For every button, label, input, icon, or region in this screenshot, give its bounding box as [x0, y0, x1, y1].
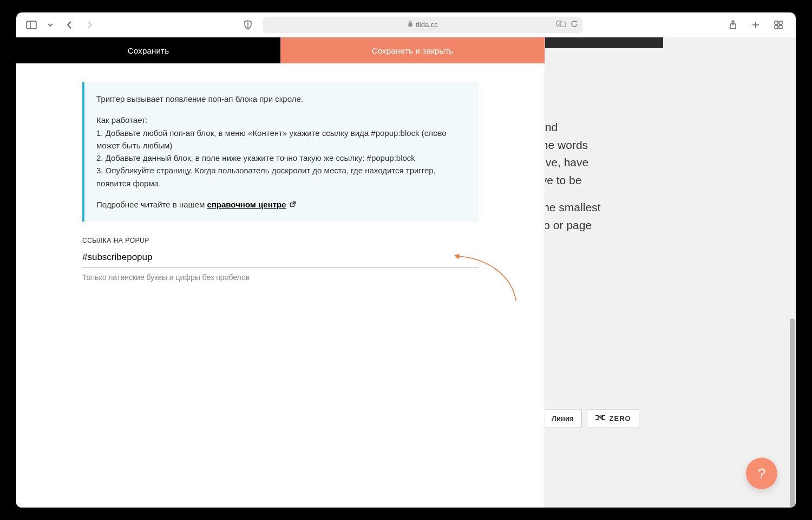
page-content: gn, and . In the words mprove, have s ha… — [16, 37, 796, 508]
info-box: Триггер вызывает появление поп-ап блока … — [82, 82, 479, 222]
popup-link-input[interactable] — [82, 248, 479, 268]
popup-link-label: ССЫЛКА НА POPUP — [82, 237, 479, 244]
help-button[interactable]: ? — [746, 458, 777, 489]
translate-icon[interactable]: A — [556, 20, 566, 29]
svg-rect-2 — [409, 23, 412, 27]
lock-icon — [408, 21, 413, 29]
save-and-close-button[interactable]: Сохранить и закрыть — [280, 37, 545, 63]
back-button[interactable] — [62, 17, 77, 32]
scrollbar-thumb[interactable] — [790, 318, 795, 508]
shield-icon[interactable] — [240, 17, 256, 32]
help-center-link[interactable]: справочном центре — [207, 200, 286, 209]
address-host: tilda.cc — [416, 21, 437, 29]
svg-line-14 — [599, 416, 602, 419]
forward-button[interactable] — [82, 17, 97, 32]
info-step-3: 3. Опубликуйте страницу. Когда пользоват… — [96, 164, 464, 190]
question-icon: ? — [758, 465, 765, 482]
browser-toolbar: tilda.cc A — [16, 12, 796, 37]
external-link-icon — [290, 198, 296, 211]
svg-rect-13 — [779, 25, 782, 29]
share-icon[interactable] — [725, 17, 741, 32]
block-btn-zero[interactable]: ZERO — [587, 409, 639, 427]
block-btn-line[interactable]: Линия — [543, 409, 582, 427]
svg-rect-12 — [775, 25, 778, 29]
settings-panel: Сохранить Сохранить и закрыть Триггер вы… — [16, 37, 545, 508]
info-step-1: 1. Добавьте любой поп-ап блок, в меню «К… — [96, 127, 464, 152]
svg-rect-4 — [561, 22, 566, 27]
panel-header: Сохранить Сохранить и закрыть — [16, 37, 545, 63]
zero-icon — [595, 414, 606, 423]
info-how-title: Как работает: — [96, 114, 464, 126]
address-bar-area: tilda.cc A — [103, 17, 720, 33]
svg-line-16 — [292, 202, 295, 205]
svg-text:A: A — [558, 22, 560, 25]
address-bar[interactable]: tilda.cc A — [263, 17, 582, 33]
svg-rect-0 — [27, 21, 36, 29]
info-intro: Триггер вызывает появление поп-ап блока … — [96, 93, 464, 105]
info-more: Подробнее читайте в нашем справочном цен… — [96, 198, 464, 211]
popup-link-hint: Только латинские буквы и цифры без пробе… — [82, 273, 479, 282]
chevron-down-icon[interactable] — [44, 17, 56, 32]
save-button[interactable]: Сохранить — [16, 37, 280, 63]
browser-window: tilda.cc A — [16, 12, 796, 508]
new-tab-icon[interactable] — [748, 17, 763, 32]
info-step-2: 2. Добавьте данный блок, в поле ниже ука… — [96, 152, 464, 164]
sidebar-toggle-icon[interactable] — [24, 17, 39, 32]
svg-rect-10 — [775, 21, 778, 24]
reload-icon[interactable] — [571, 20, 578, 29]
tabs-overview-icon[interactable] — [771, 17, 786, 32]
svg-rect-11 — [779, 21, 782, 24]
